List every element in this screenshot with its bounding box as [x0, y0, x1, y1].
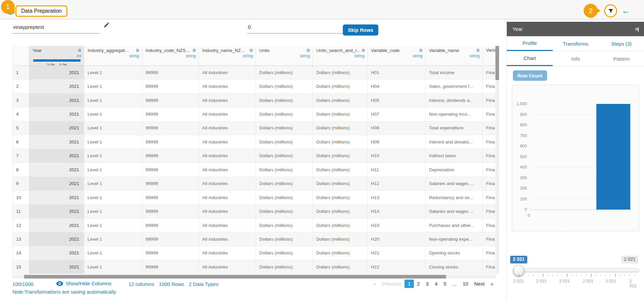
column-header-variable-code[interactable]: Variable_code≡string — [368, 46, 426, 65]
slider-tick — [581, 274, 582, 276]
cell-variable_code: H21 — [368, 246, 426, 260]
table-row[interactable]: 112021Level 199999All industriesDollars … — [13, 204, 495, 218]
row-number-cell: 1 — [13, 66, 29, 79]
column-header-units[interactable]: Units≡string — [256, 46, 313, 65]
slider-tick — [519, 274, 519, 277]
column-header-name-row: Units_search_and_r...≡ — [316, 48, 365, 53]
table-row[interactable]: 102021Level 199999All industriesDollars … — [13, 191, 495, 204]
row-number-cell: 10 — [13, 191, 29, 204]
column-menu-icon[interactable]: ≡ — [136, 48, 139, 53]
table-row[interactable]: 32021Level 199999All industriesDollars (… — [13, 94, 495, 107]
vertical-scrollbar[interactable] — [495, 46, 499, 274]
column-menu-icon[interactable]: ≡ — [419, 48, 423, 53]
column-type-label: string — [202, 54, 253, 58]
row-count-button[interactable]: Row Count — [513, 70, 547, 81]
pagination-page-2[interactable]: 2 — [414, 280, 423, 288]
slider-tick — [562, 274, 562, 276]
pagination-next-symbol[interactable]: » — [488, 280, 496, 288]
cell-variable_name: Non-operating inco... — [426, 107, 483, 121]
table-row[interactable]: 82021Level 199999All industriesDollars (… — [13, 163, 495, 177]
pagination-prev-symbol: « — [370, 280, 379, 288]
pagination-page-1[interactable]: 1 — [405, 280, 414, 288]
column-header-industry-code-nzs-[interactable]: Industry_code_NZS...≡string — [142, 46, 199, 65]
cell-units: Dollars (millions) — [256, 246, 313, 260]
table-row[interactable]: 72021Level 199999All industriesDollars (… — [13, 149, 495, 163]
column-menu-icon[interactable]: ≡ — [193, 48, 196, 53]
tab-transforms[interactable]: Transforms — [553, 36, 599, 51]
tab-profile[interactable]: Profile — [507, 36, 553, 51]
collapse-panel-icon[interactable]: >| — [635, 26, 639, 32]
chart-ytick-label: 300 — [512, 176, 527, 180]
skip-rows-button[interactable]: Skip Rows — [343, 24, 378, 36]
panel-subtabs: ChartInfoPattern — [507, 51, 644, 66]
cell-extra: Fina — [483, 149, 495, 163]
cell-units_search: Dollars (millions) — [313, 107, 368, 121]
cell-industry_name: All industries — [199, 177, 256, 190]
pagination-page-4[interactable]: 4 — [432, 280, 440, 288]
table-row[interactable]: 152021Level 199999All industriesDollars … — [13, 260, 495, 274]
column-header-industry-aggregati-[interactable]: Industry_aggregati...≡string — [84, 46, 142, 65]
column-header-year[interactable]: Year≡int2.0k - 2.0k — [29, 46, 84, 65]
column-header-name-row: Varia — [486, 48, 493, 53]
pagination-page-5[interactable]: 5 — [440, 280, 449, 288]
table-row[interactable]: 122021Level 199999All industriesDollars … — [13, 219, 495, 232]
show-hide-columns-link[interactable]: Show/Hide Columns — [56, 281, 111, 286]
table-row[interactable]: 12021Level 199999All industriesDollars (… — [13, 66, 495, 79]
dataset-name-input[interactable] — [12, 21, 100, 34]
column-menu-icon[interactable]: ≡ — [78, 48, 81, 53]
column-menu-icon[interactable]: ≡ — [476, 48, 480, 53]
column-type-label: string — [371, 54, 423, 58]
column-header-variable-name[interactable]: Variable_name≡string — [426, 46, 483, 65]
subtab-pattern[interactable]: Pattern — [598, 51, 644, 66]
slider-tick — [620, 274, 620, 276]
chart-ytick-label: 200 — [512, 186, 527, 191]
pagination-ellipsis: ... — [449, 280, 460, 288]
table-summary: 12 columns 1000 Rows 2 Data Types — [128, 281, 218, 287]
slider-tick-label: 2 021 — [559, 279, 570, 284]
horizontal-scrollbar-thumb[interactable] — [24, 275, 446, 279]
year-cell: 2021 — [29, 121, 84, 135]
chart-ytick-label: 0 — [512, 207, 527, 212]
cell-variable_name: Sales, government f... — [426, 79, 483, 93]
table-row[interactable]: 142021Level 199999All industriesDollars … — [13, 246, 495, 260]
table-row[interactable]: 132021Level 199999All industriesDollars … — [13, 232, 495, 246]
column-menu-icon[interactable]: ≡ — [250, 48, 253, 53]
range-slider-track[interactable] — [513, 268, 639, 273]
column-header-units-search-and-r-[interactable]: Units_search_and_r...≡string — [313, 46, 368, 65]
pagination-next[interactable]: Next — [471, 280, 488, 288]
pagination-page-10[interactable]: 10 — [460, 280, 471, 288]
subtab-chart[interactable]: Chart — [507, 51, 553, 66]
slider-tick — [625, 274, 625, 276]
vertical-scrollbar-thumb[interactable] — [495, 46, 499, 80]
cell-units: Dollars (millions) — [256, 177, 313, 190]
table-row[interactable]: 92021Level 199999All industriesDollars (… — [13, 177, 495, 191]
slider-tick — [543, 274, 543, 277]
tab-steps-3-[interactable]: Steps (3) — [598, 36, 644, 51]
column-name-label: Industry_code_NZS... — [146, 48, 190, 53]
chart-bar[interactable] — [596, 104, 630, 209]
edit-pencil-icon[interactable] — [103, 21, 110, 29]
cell-industry_name: All industries — [199, 219, 256, 232]
table-row[interactable]: 62021Level 199999All industriesDollars (… — [13, 135, 495, 149]
slider-tick-label: 2 021 — [630, 279, 639, 288]
cell-industry_name: All industries — [199, 135, 256, 148]
subtab-info[interactable]: Info — [553, 51, 599, 66]
column-menu-icon[interactable]: ≡ — [362, 48, 365, 53]
skip-rows-input[interactable] — [247, 21, 344, 34]
table-row[interactable]: 42021Level 199999All industriesDollars (… — [13, 107, 495, 121]
row-number-cell: 6 — [13, 135, 29, 148]
column-menu-icon[interactable]: ≡ — [307, 48, 310, 53]
cell-units: Dollars (millions) — [256, 149, 313, 163]
cell-variable_name: Salaries and wages ... — [426, 204, 483, 218]
panel-tabs: ProfileTransformsSteps (3) — [507, 36, 644, 51]
horizontal-scrollbar[interactable] — [12, 275, 495, 279]
cell-units: Dollars (millions) — [256, 94, 313, 107]
back-arrow-button[interactable]: ← — [622, 6, 630, 16]
column-header-varia[interactable]: Varia — [483, 46, 495, 65]
cell-industry_name: All industries — [199, 94, 256, 107]
table-row[interactable]: 52021Level 199999All industriesDollars (… — [13, 121, 495, 135]
column-header-industry-name-nz-[interactable]: Industry_name_NZ...≡string — [199, 46, 256, 65]
filter-button[interactable] — [604, 4, 617, 17]
table-row[interactable]: 22021Level 199999All industriesDollars (… — [13, 79, 495, 93]
pagination-page-3[interactable]: 3 — [423, 280, 432, 288]
